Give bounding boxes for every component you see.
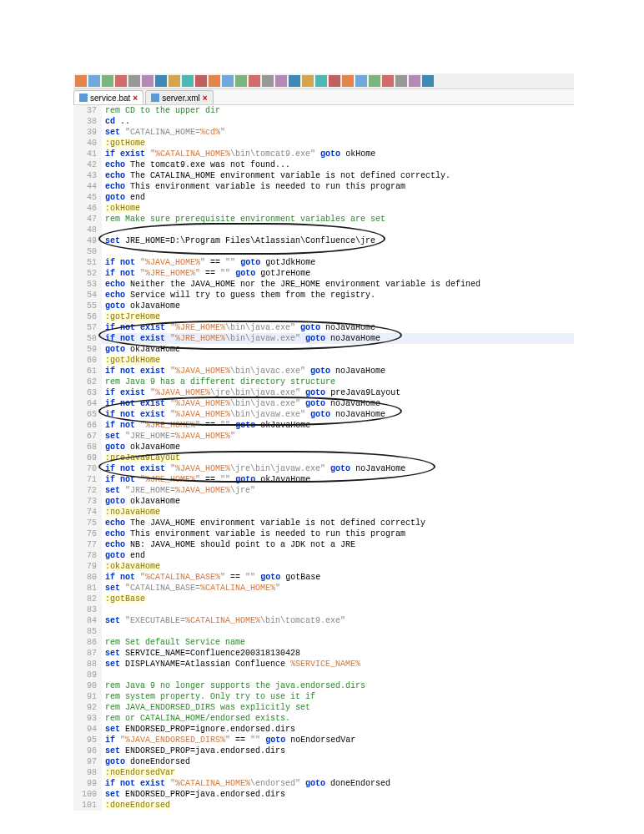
line-content[interactable]: set ENDORSED_PROP=java.endorsed.dirs (102, 746, 285, 756)
code-line[interactable]: 91rem system property. Only try to use i… (73, 691, 574, 702)
code-line[interactable]: 78goto end (73, 550, 574, 561)
code-line[interactable]: 54echo Service will try to guess them fr… (73, 290, 574, 301)
macro-stop-icon[interactable] (329, 75, 340, 87)
line-content[interactable]: if exist "%JAVA_HOME%\jre\bin\java.exe" … (102, 387, 400, 398)
code-line[interactable]: 64if not exist "%JAVA_HOME%\bin\java.exe… (73, 398, 574, 409)
code-line[interactable]: 46:okHome (73, 203, 574, 214)
line-content[interactable]: set "EXECUTABLE=%CATALINA_HOME%\bin\tomc… (102, 615, 345, 626)
line-content[interactable]: set ENDORSED_PROP=ignore.endorsed.dirs (102, 724, 295, 735)
code-line[interactable]: 51if not "%JAVA_HOME%" == "" goto gotJdk… (73, 257, 574, 268)
line-content[interactable]: if not exist "%JRE_HOME%\bin\java.exe" g… (102, 322, 375, 333)
code-line[interactable]: 56:gotJreHome (73, 311, 574, 322)
line-content[interactable]: set ENDORSED_PROP=java.endorsed.dirs (102, 789, 285, 800)
clear-bm-icon[interactable] (422, 75, 434, 87)
line-content[interactable]: echo Service will try to guess them from… (102, 290, 375, 301)
line-content[interactable]: if "%JAVA_ENDORSED_DIRS%" == "" goto noE… (102, 735, 355, 746)
line-content[interactable]: echo Neither the JAVA_HOME nor the JRE_H… (102, 279, 480, 290)
code-line[interactable]: 101:doneEndorsed (73, 800, 574, 811)
code-line[interactable]: 83 (73, 604, 574, 615)
line-content[interactable]: :noEndorsedVar (102, 767, 175, 778)
line-content[interactable]: :preJava9Layout (102, 452, 180, 463)
line-content[interactable]: echo The CATALINA_HOME environment varia… (102, 170, 450, 181)
find-icon[interactable] (222, 75, 234, 87)
code-line[interactable]: 73goto okJavaHome (73, 496, 574, 507)
print-icon[interactable] (142, 75, 153, 87)
line-content[interactable]: :doneEndorsed (102, 800, 170, 811)
line-content[interactable]: :gotHome (102, 138, 145, 149)
line-content[interactable]: set "CATALINA_HOME=%cd%" (102, 127, 225, 138)
line-content[interactable]: set JRE_HOME=D:\Program Files\Atlassian\… (102, 235, 375, 246)
code-line[interactable]: 100set ENDORSED_PROP=java.endorsed.dirs (73, 789, 574, 800)
line-content[interactable] (102, 626, 105, 637)
code-line[interactable]: 43echo The CATALINA_HOME environment var… (73, 170, 574, 181)
show-all-icon[interactable] (289, 75, 300, 87)
line-content[interactable]: if not "%CATALINA_BASE%" == "" goto gotB… (102, 572, 320, 583)
code-line[interactable]: 97goto doneEndorsed (73, 756, 574, 767)
code-line[interactable]: 93rem or CATALINA_HOME/endorsed exists. (73, 713, 574, 724)
tab-service-bat[interactable]: service.bat× (73, 90, 143, 104)
zoom-out-icon[interactable] (262, 75, 274, 87)
code-line[interactable]: 53echo Neither the JAVA_HOME nor the JRE… (73, 279, 574, 290)
code-line[interactable]: 37rem CD to the upper dir (73, 105, 574, 116)
new-file-icon[interactable] (75, 75, 87, 87)
code-line[interactable]: 96set ENDORSED_PROP=java.endorsed.dirs (73, 746, 574, 756)
code-line[interactable]: 65if not exist "%JAVA_HOME%\bin\javaw.ex… (73, 409, 574, 420)
code-line[interactable]: 77echo NB: JAVA_HOME should point to a J… (73, 539, 574, 550)
save-icon[interactable] (102, 75, 113, 87)
code-line[interactable]: 62rem Java 9 has a different directory s… (73, 377, 574, 387)
code-line[interactable]: 72set "JRE_HOME=%JAVA_HOME%\jre" (73, 485, 574, 496)
code-line[interactable]: 76echo This environment variable is need… (73, 528, 574, 539)
line-content[interactable]: echo This environment variable is needed… (102, 528, 405, 539)
line-content[interactable]: echo The tomcat9.exe was not found... (102, 159, 290, 170)
line-content[interactable]: :gotBase (102, 594, 145, 604)
line-content[interactable]: if not exist "%JAVA_HOME%\bin\java.exe" … (102, 398, 380, 409)
code-line[interactable]: 89 (73, 670, 574, 680)
replace-icon[interactable] (235, 75, 247, 87)
macro-play-icon[interactable] (315, 75, 327, 87)
line-content[interactable]: rem Make sure prerequisite environment v… (102, 214, 385, 225)
code-line[interactable]: 42echo The tomcat9.exe was not found... (73, 159, 574, 170)
line-content[interactable] (102, 246, 105, 257)
code-line[interactable]: 74:noJavaHome (73, 507, 574, 518)
code-line[interactable]: 81set "CATALINA_BASE=%CATALINA_HOME%" (73, 583, 574, 594)
code-line[interactable]: 95if "%JAVA_ENDORSED_DIRS%" == "" goto n… (73, 735, 574, 746)
zoom-in-icon[interactable] (249, 75, 260, 87)
code-line[interactable]: 94set ENDORSED_PROP=ignore.endorsed.dirs (73, 724, 574, 735)
line-content[interactable]: set SERVICE_NAME=Confluence200318130428 (102, 648, 300, 659)
line-content[interactable]: rem JAVA_ENDORSED_DIRS was explicitly se… (102, 702, 310, 713)
bookmark-icon[interactable] (382, 75, 394, 87)
line-content[interactable]: rem system property. Only try to use it … (102, 691, 315, 702)
line-content[interactable]: goto okJavaHome (102, 344, 180, 355)
code-line[interactable]: 87set SERVICE_NAME=Confluence20031813042… (73, 648, 574, 659)
close-icon[interactable]: × (203, 94, 208, 103)
line-content[interactable]: echo This environment variable is needed… (102, 181, 405, 192)
code-line[interactable]: 48 (73, 225, 574, 235)
line-content[interactable]: goto okJavaHome (102, 442, 180, 452)
code-line[interactable]: 92rem JAVA_ENDORSED_DIRS was explicitly … (73, 702, 574, 713)
code-line[interactable]: 88set DISPLAYNAME=Atlassian Confluence %… (73, 659, 574, 670)
line-content[interactable]: if not exist "%JRE_HOME%\bin\javaw.exe" … (102, 333, 380, 344)
line-content[interactable]: rem Java 9 has a different directory str… (102, 377, 335, 387)
code-line[interactable]: 90rem Java 9 no longer supports the java… (73, 680, 574, 691)
line-content[interactable]: if not "%JRE_HOME%" == "" goto gotJreHom… (102, 268, 310, 279)
run-icon[interactable] (342, 75, 354, 87)
code-line[interactable]: 86rem Set default Service name (73, 637, 574, 648)
code-line[interactable]: 58if not exist "%JRE_HOME%\bin\javaw.exe… (73, 333, 574, 344)
line-content[interactable]: :okHome (102, 203, 140, 214)
line-content[interactable]: if not "%JRE_HOME%" == "" goto okJavaHom… (102, 474, 310, 485)
code-line[interactable]: 49set JRE_HOME=D:\Program Files\Atlassia… (73, 235, 574, 246)
code-line[interactable]: 41if exist "%CATALINA_HOME%\bin\tomcat9.… (73, 149, 574, 159)
line-content[interactable]: cd .. (102, 116, 130, 127)
line-content[interactable]: :gotJreHome (102, 311, 160, 322)
line-content[interactable]: echo The JAVA_HOME environment variable … (102, 518, 425, 528)
stop-icon[interactable] (355, 75, 367, 87)
code-area[interactable]: 37rem CD to the upper dir38cd ..39set "C… (73, 105, 574, 811)
code-line[interactable]: 79:okJavaHome (73, 561, 574, 572)
code-line[interactable]: 44echo This environment variable is need… (73, 181, 574, 192)
line-content[interactable]: :okJavaHome (102, 561, 160, 572)
cut-icon[interactable] (155, 75, 167, 87)
code-line[interactable]: 67set "JRE_HOME=%JAVA_HOME%" (73, 431, 574, 442)
line-content[interactable]: if not "%JAVA_HOME%" == "" goto gotJdkHo… (102, 257, 315, 268)
code-line[interactable]: 70if not exist "%JAVA_HOME%\jre\bin\java… (73, 463, 574, 474)
line-content[interactable]: rem or CATALINA_HOME/endorsed exists. (102, 713, 290, 724)
